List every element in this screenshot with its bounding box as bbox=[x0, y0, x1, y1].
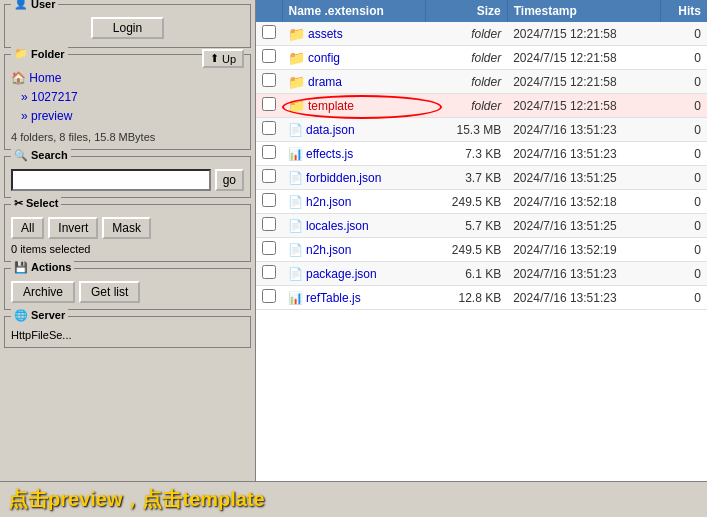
bottom-bar: 点击preview，点击template bbox=[0, 481, 707, 517]
file-size: 6.1 KB bbox=[426, 262, 507, 286]
folder-section: 📁 Folder ⬆ Up 🏠 Home » 1027217 » preview bbox=[4, 54, 251, 150]
file-size: 5.7 KB bbox=[426, 214, 507, 238]
table-row: 📁assetsfolder2024/7/15 12:21:580 bbox=[256, 22, 707, 46]
table-row: 📄forbidden.json3.7 KB2024/7/16 13:51:250 bbox=[256, 166, 707, 190]
file-name-cell: 📁drama bbox=[288, 74, 420, 90]
file-checkbox[interactable] bbox=[262, 121, 276, 135]
file-link[interactable]: forbidden.json bbox=[306, 171, 381, 185]
file-link[interactable]: h2n.json bbox=[306, 195, 351, 209]
file-checkbox[interactable] bbox=[262, 289, 276, 303]
archive-button[interactable]: Archive bbox=[11, 281, 75, 303]
select-section-label: ✂ Select bbox=[11, 197, 61, 210]
col-hits[interactable]: Hits bbox=[660, 0, 707, 22]
file-hits: 0 bbox=[660, 262, 707, 286]
file-checkbox[interactable] bbox=[262, 265, 276, 279]
col-size[interactable]: Size bbox=[426, 0, 507, 22]
file-checkbox[interactable] bbox=[262, 217, 276, 231]
folder-icon: 📁 bbox=[14, 47, 28, 60]
file-hits: 0 bbox=[660, 166, 707, 190]
folder-icon: 📁 bbox=[288, 74, 305, 90]
file-checkbox[interactable] bbox=[262, 97, 276, 111]
file-link[interactable]: refTable.js bbox=[306, 291, 361, 305]
file-hits: 0 bbox=[660, 118, 707, 142]
file-link[interactable]: n2h.json bbox=[306, 243, 351, 257]
table-row: 📄n2h.json249.5 KB2024/7/16 13:52:190 bbox=[256, 238, 707, 262]
file-checkbox[interactable] bbox=[262, 73, 276, 87]
select-icon: ✂ bbox=[14, 197, 23, 210]
folder-1027217-link[interactable]: » 1027217 bbox=[21, 90, 78, 104]
file-size: folder bbox=[426, 22, 507, 46]
file-checkbox[interactable] bbox=[262, 145, 276, 159]
file-name-cell: 📄h2n.json bbox=[288, 195, 420, 209]
file-hits: 0 bbox=[660, 190, 707, 214]
file-name-cell: 📁template bbox=[288, 98, 354, 114]
file-checkbox[interactable] bbox=[262, 49, 276, 63]
left-panel: 👤 User Login 📁 Folder ⬆ Up 🏠 Home bbox=[0, 0, 255, 481]
table-row: 📄package.json6.1 KB2024/7/16 13:51:230 bbox=[256, 262, 707, 286]
file-timestamp: 2024/7/16 13:51:23 bbox=[507, 262, 660, 286]
server-icon: 🌐 bbox=[14, 309, 28, 322]
go-button[interactable]: go bbox=[215, 169, 244, 191]
file-name-cell: 📄package.json bbox=[288, 267, 420, 281]
file-list-panel: Name .extension Size Timestamp Hits 📁ass… bbox=[255, 0, 707, 481]
select-section: ✂ Select All Invert Mask 0 items selecte… bbox=[4, 204, 251, 262]
file-hits: 0 bbox=[660, 94, 707, 118]
col-name[interactable]: Name .extension bbox=[282, 0, 426, 22]
home-icon: 🏠 bbox=[11, 71, 26, 85]
file-timestamp: 2024/7/16 13:52:19 bbox=[507, 238, 660, 262]
file-timestamp: 2024/7/16 13:52:18 bbox=[507, 190, 660, 214]
file-timestamp: 2024/7/16 13:51:25 bbox=[507, 214, 660, 238]
file-timestamp: 2024/7/16 13:51:23 bbox=[507, 118, 660, 142]
folder-section-label: 📁 Folder bbox=[11, 47, 68, 60]
file-name-cell: 📄forbidden.json bbox=[288, 171, 420, 185]
user-icon: 👤 bbox=[14, 0, 28, 10]
file-link[interactable]: data.json bbox=[306, 123, 355, 137]
file-link[interactable]: locales.json bbox=[306, 219, 369, 233]
table-row: 📁configfolder2024/7/15 12:21:580 bbox=[256, 46, 707, 70]
file-icon: 📄 bbox=[288, 195, 303, 209]
js-file-icon: 📊 bbox=[288, 291, 303, 305]
file-name-cell: 📄locales.json bbox=[288, 219, 420, 233]
search-input[interactable] bbox=[11, 169, 211, 191]
file-checkbox[interactable] bbox=[262, 25, 276, 39]
folder-info: 4 folders, 8 files, 15.8 MBytes bbox=[11, 131, 244, 143]
file-link[interactable]: assets bbox=[308, 27, 343, 41]
invert-button[interactable]: Invert bbox=[48, 217, 98, 239]
file-icon: 📄 bbox=[288, 123, 303, 137]
file-size: 12.8 KB bbox=[426, 286, 507, 310]
actions-icon: 💾 bbox=[14, 261, 28, 274]
file-checkbox[interactable] bbox=[262, 241, 276, 255]
file-checkbox[interactable] bbox=[262, 193, 276, 207]
items-selected: 0 items selected bbox=[11, 243, 244, 255]
user-section: 👤 User Login bbox=[4, 4, 251, 48]
file-icon: 📄 bbox=[288, 171, 303, 185]
file-hits: 0 bbox=[660, 22, 707, 46]
file-icon: 📄 bbox=[288, 243, 303, 257]
file-name-cell: 📄n2h.json bbox=[288, 243, 420, 257]
file-checkbox[interactable] bbox=[262, 169, 276, 183]
file-hits: 0 bbox=[660, 46, 707, 70]
file-table: Name .extension Size Timestamp Hits 📁ass… bbox=[256, 0, 707, 310]
file-hits: 0 bbox=[660, 214, 707, 238]
home-link[interactable]: Home bbox=[29, 71, 61, 85]
file-size: 249.5 KB bbox=[426, 238, 507, 262]
getlist-button[interactable]: Get list bbox=[79, 281, 140, 303]
file-link[interactable]: package.json bbox=[306, 267, 377, 281]
all-button[interactable]: All bbox=[11, 217, 44, 239]
file-hits: 0 bbox=[660, 238, 707, 262]
server-section-label: 🌐 Server bbox=[11, 309, 68, 322]
file-link[interactable]: drama bbox=[308, 75, 342, 89]
file-link[interactable]: effects.js bbox=[306, 147, 353, 161]
search-section-label: 🔍 Search bbox=[11, 149, 71, 162]
login-button[interactable]: Login bbox=[91, 17, 164, 39]
folder-preview-link[interactable]: » preview bbox=[21, 109, 72, 123]
file-link[interactable]: template bbox=[308, 99, 354, 113]
up-button[interactable]: ⬆ Up bbox=[202, 49, 244, 68]
file-timestamp: 2024/7/16 13:51:23 bbox=[507, 142, 660, 166]
file-name-cell: 📁assets bbox=[288, 26, 420, 42]
col-timestamp[interactable]: Timestamp bbox=[507, 0, 660, 22]
mask-button[interactable]: Mask bbox=[102, 217, 151, 239]
file-icon: 📄 bbox=[288, 267, 303, 281]
table-row: 📁templatefolder2024/7/15 12:21:580 bbox=[256, 94, 707, 118]
file-link[interactable]: config bbox=[308, 51, 340, 65]
